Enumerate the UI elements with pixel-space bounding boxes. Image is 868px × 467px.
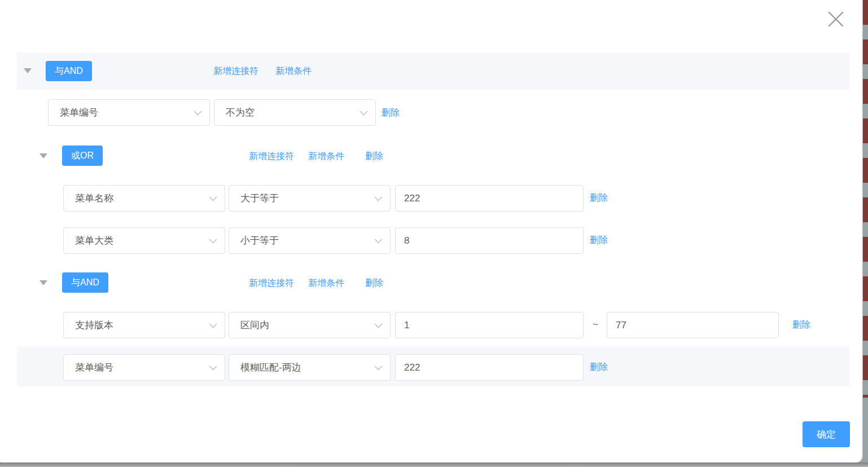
condition2-delete-link[interactable]: 删除 xyxy=(590,192,608,204)
condition1-field-value: 菜单编号 xyxy=(60,106,98,119)
close-icon xyxy=(827,10,845,28)
group2-delete-link[interactable]: 删除 xyxy=(365,151,383,162)
condition5-operator-select[interactable]: 模糊匹配-两边 xyxy=(229,354,391,381)
page-edge-behind-dialog xyxy=(862,0,868,398)
group1-collapse-caret-icon[interactable] xyxy=(24,68,32,73)
condition3-delete-link[interactable]: 删除 xyxy=(590,235,608,246)
group1-header-row xyxy=(17,52,849,90)
condition3-field-select[interactable]: 菜单大类 xyxy=(63,227,225,254)
group1-add-condition-link[interactable]: 新增条件 xyxy=(275,65,312,77)
condition1-operator-select[interactable]: 不为空 xyxy=(214,99,376,126)
chevron-down-icon xyxy=(209,323,217,328)
group2-add-connector-link[interactable]: 新增连接符 xyxy=(249,151,294,162)
condition5-field-select[interactable]: 菜单编号 xyxy=(63,354,225,381)
screen: 与AND 新增连接符 新增条件 菜单编号 不为空 删除 或OR 新增连接符 新增… xyxy=(0,0,868,467)
condition5-value-input[interactable] xyxy=(395,354,584,381)
condition3-field-value: 菜单大类 xyxy=(75,234,113,247)
group3-collapse-caret-icon[interactable] xyxy=(40,280,47,285)
group1-add-connector-link[interactable]: 新增连接符 xyxy=(213,65,258,77)
chevron-down-icon xyxy=(209,365,217,371)
group3-connector-badge[interactable]: 与AND xyxy=(62,272,108,293)
group2-add-condition-link[interactable]: 新增条件 xyxy=(308,151,344,162)
condition4-delete-link[interactable]: 删除 xyxy=(792,319,810,331)
query-condition-dialog: 与AND 新增连接符 新增条件 菜单编号 不为空 删除 或OR 新增连接符 新增… xyxy=(0,0,863,462)
condition3-value-input[interactable] xyxy=(395,227,584,254)
chevron-down-icon xyxy=(374,239,383,244)
group3-add-connector-link[interactable]: 新增连接符 xyxy=(249,277,294,289)
condition5-operator-value: 模糊匹配-两边 xyxy=(240,361,301,374)
condition2-operator-value: 大于等于 xyxy=(240,192,279,205)
condition2-operator-select[interactable]: 大于等于 xyxy=(229,185,391,212)
chevron-down-icon xyxy=(374,365,383,371)
condition4-range-to-input[interactable] xyxy=(607,312,779,338)
chevron-down-icon xyxy=(209,196,217,201)
condition5-field-value: 菜单编号 xyxy=(75,361,113,374)
page-edge-behind-dialog-bottom xyxy=(862,398,868,467)
window-bottom-edge xyxy=(0,462,868,467)
condition1-field-select[interactable]: 菜单编号 xyxy=(48,99,210,126)
chevron-down-icon xyxy=(374,196,383,201)
condition3-operator-select[interactable]: 小于等于 xyxy=(229,227,391,254)
chevron-down-icon xyxy=(209,239,217,244)
close-button[interactable] xyxy=(827,10,845,28)
condition4-field-select[interactable]: 支持版本 xyxy=(63,312,225,338)
condition2-value-input[interactable] xyxy=(395,185,584,212)
chevron-down-icon xyxy=(374,323,383,328)
range-separator: ~ xyxy=(587,319,604,331)
chevron-down-icon xyxy=(194,111,202,116)
condition4-operator-select[interactable]: 区间内 xyxy=(229,312,391,338)
condition4-field-value: 支持版本 xyxy=(75,319,113,332)
condition4-range-from-input[interactable] xyxy=(395,312,584,338)
group2-collapse-caret-icon[interactable] xyxy=(40,153,47,158)
group1-connector-badge[interactable]: 与AND xyxy=(46,61,92,81)
condition1-delete-link[interactable]: 删除 xyxy=(382,107,400,118)
group2-connector-badge[interactable]: 或OR xyxy=(62,146,103,166)
chevron-down-icon xyxy=(360,111,368,116)
group3-add-condition-link[interactable]: 新增条件 xyxy=(308,277,344,289)
condition3-operator-value: 小于等于 xyxy=(240,234,279,247)
condition4-operator-value: 区间内 xyxy=(240,319,269,332)
confirm-button[interactable]: 确定 xyxy=(803,421,850,447)
condition1-operator-value: 不为空 xyxy=(226,106,255,119)
group3-delete-link[interactable]: 删除 xyxy=(365,277,383,289)
condition2-field-value: 菜单名称 xyxy=(75,192,113,205)
condition5-delete-link[interactable]: 删除 xyxy=(590,362,608,373)
condition2-field-select[interactable]: 菜单名称 xyxy=(63,185,225,212)
